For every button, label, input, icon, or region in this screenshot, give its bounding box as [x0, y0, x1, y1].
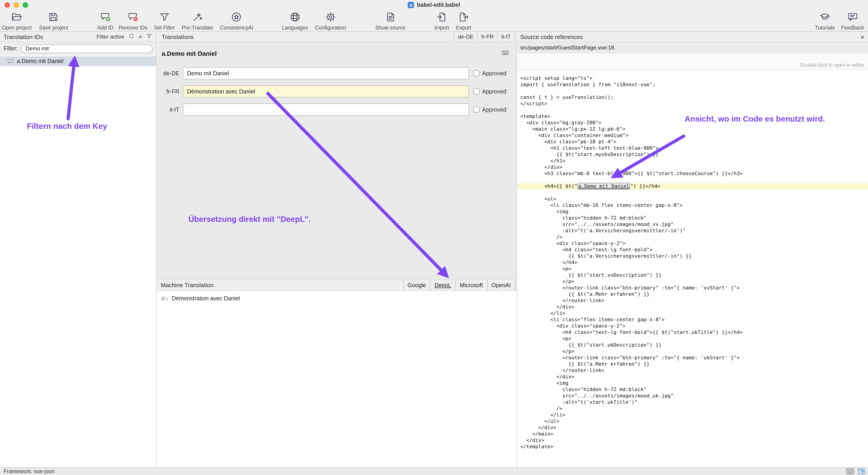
code-line: <h4>{{ $t("a.Demo mit Daniel") }}</h4> — [518, 183, 868, 190]
statusbar-keyboard-icon[interactable] — [846, 469, 854, 474]
lang-tab-it[interactable]: it-IT — [498, 32, 515, 42]
approved-label: Approved — [482, 106, 506, 113]
code-line: <img — [520, 380, 868, 386]
approved-checkbox-it[interactable] — [473, 107, 479, 112]
approved-label: Approved — [482, 70, 506, 76]
panel-title: Machine Translation — [161, 282, 214, 289]
save-project-button[interactable]: Save project — [39, 11, 68, 30]
feedback-bubble-icon — [847, 11, 858, 25]
provider-google[interactable]: Google — [404, 280, 431, 291]
code-line: <ul> — [520, 196, 868, 202]
save-icon — [48, 11, 59, 25]
translations-header: Translations de-DE fr-FR it-IT — [157, 32, 517, 42]
code-line: src="../../assets/images/mood_vv.jpg" — [520, 222, 868, 228]
machine-translation-content: ⌘1 Démonstration avec Daniel — [157, 291, 517, 467]
folder-open-icon — [11, 11, 23, 25]
consistency-ai-button[interactable]: ConsistencyAI — [220, 11, 253, 30]
code-line: </div> — [520, 164, 868, 171]
code-line: <p> — [520, 266, 868, 272]
code-line: /> — [520, 234, 868, 240]
source-document-icon — [385, 11, 396, 25]
code-line: </router-link> — [520, 368, 868, 374]
source-code-header: Source code references × — [518, 32, 868, 42]
code-line — [520, 107, 868, 113]
translation-row-it: it-IT Approved — [157, 103, 517, 116]
clear-filter-icon[interactable]: × — [138, 34, 142, 40]
import-icon — [436, 11, 447, 25]
provider-microsoft[interactable]: Microsoft — [456, 280, 487, 291]
code-line: {{ $t("start.myvbvDescription") }} — [520, 151, 868, 158]
consistency-badge-icon — [231, 11, 242, 25]
code-line: </router-link> — [520, 298, 868, 304]
approved-checkbox-fr[interactable] — [473, 89, 479, 94]
export-button[interactable]: Export — [456, 11, 471, 30]
toolbar-label: ConsistencyAI — [220, 25, 253, 30]
feedback-button[interactable]: Feedback — [841, 11, 864, 30]
lang-tab-fr[interactable]: fr-FR — [477, 32, 498, 42]
globe-icon — [289, 11, 301, 25]
toolbar-label: Add ID — [97, 25, 113, 30]
lang-label: it-IT — [161, 106, 179, 113]
code-line: <script setup lang="ts"> — [520, 75, 868, 82]
show-source-button[interactable]: Show source — [375, 11, 406, 30]
code-line: <h1 class="text-left text-blue-900"> — [520, 145, 868, 151]
gear-icon — [325, 11, 336, 25]
toolbar-label: Feedback — [841, 25, 864, 30]
translation-input-it[interactable] — [183, 103, 469, 116]
mt-suggestion-row[interactable]: ⌘1 Démonstration avec Daniel — [157, 291, 517, 302]
code-line: </div> — [520, 437, 868, 444]
translation-id-item[interactable]: a.Demo mit Daniel — [0, 56, 156, 66]
filter-icon[interactable] — [146, 33, 152, 40]
zoom-window-button[interactable] — [23, 2, 28, 8]
code-line: class="hidden h-72 md:block" — [520, 215, 868, 222]
filter-input[interactable] — [21, 44, 153, 53]
code-line: <router-link class="btn-primary" :to="{ … — [520, 285, 868, 291]
close-panel-icon[interactable]: × — [860, 33, 868, 40]
code-line: </li> — [520, 310, 868, 317]
code-line: <h4 class="text-lg font-bold">{{ $t("sta… — [520, 329, 868, 336]
editor-hint: Double-click to open in editor — [800, 62, 864, 68]
add-id-button[interactable]: Add ID — [97, 11, 113, 30]
code-line: <p> — [520, 336, 868, 342]
translations-panel: Translations de-DE fr-FR it-IT a.Demo mi… — [157, 32, 517, 467]
babeledit-window: b babel-edit.babel Open project Save pro… — [0, 0, 868, 475]
import-button[interactable]: Import — [434, 11, 449, 30]
statusbar-panel-icon[interactable] — [858, 469, 865, 474]
toolbar-label: Tutorials — [815, 25, 835, 30]
highlighted-translation-id[interactable]: a.Demo mit Daniel — [578, 183, 630, 190]
remove-ids-button[interactable]: Remove IDs — [119, 11, 148, 30]
set-filter-button[interactable]: Set Filter — [154, 11, 175, 30]
export-icon — [458, 11, 469, 25]
lang-label: fr-FR — [161, 88, 179, 95]
lang-label: de-DE — [161, 70, 179, 76]
translation-ids-panel: Translation IDs Filter active × Filter: … — [0, 32, 157, 467]
pre-translate-button[interactable]: Pre-Translate — [182, 11, 213, 30]
languages-button[interactable]: Languages — [282, 11, 308, 30]
code-line: <router-link class="btn-primary" :to="{ … — [520, 355, 868, 361]
minimize-window-button[interactable] — [13, 2, 19, 8]
translation-id-list: a.Demo mit Daniel — [0, 55, 156, 66]
toolbar-label: Export — [456, 25, 471, 30]
tutorials-button[interactable]: Tutorials — [815, 11, 835, 30]
keyboard-shortcuts-icon[interactable] — [501, 48, 509, 59]
code-line: </p> — [520, 278, 868, 285]
provider-deepl[interactable]: DeepL — [430, 280, 456, 291]
file-reference-bar[interactable]: src/pages/start/GuestStartPage.vue:18 — [518, 42, 868, 53]
toolbar-label: Show source — [375, 25, 406, 30]
code-line: {{ $t("a.Versicherungsvermittler/-in") }… — [520, 253, 868, 260]
translation-input-fr[interactable] — [183, 85, 469, 98]
configuration-button[interactable]: Configuration — [315, 11, 346, 30]
code-line: </template> — [520, 444, 868, 450]
lang-tab-de[interactable]: de-DE — [455, 32, 477, 42]
close-window-button[interactable] — [4, 2, 10, 8]
toolbar-label: Configuration — [315, 25, 346, 30]
provider-openai[interactable]: OpenAI — [487, 280, 515, 291]
reload-icon[interactable] — [128, 33, 134, 40]
open-project-button[interactable]: Open project — [2, 11, 32, 30]
entry-title: a.Demo mit Daniel — [162, 50, 217, 57]
translation-input-de[interactable] — [183, 67, 469, 79]
translation-ids-header: Translation IDs Filter active × — [0, 32, 156, 42]
approved-checkbox-de[interactable] — [473, 70, 479, 76]
filter-label: Filter: — [4, 45, 18, 52]
filter-funnel-icon — [159, 11, 170, 25]
